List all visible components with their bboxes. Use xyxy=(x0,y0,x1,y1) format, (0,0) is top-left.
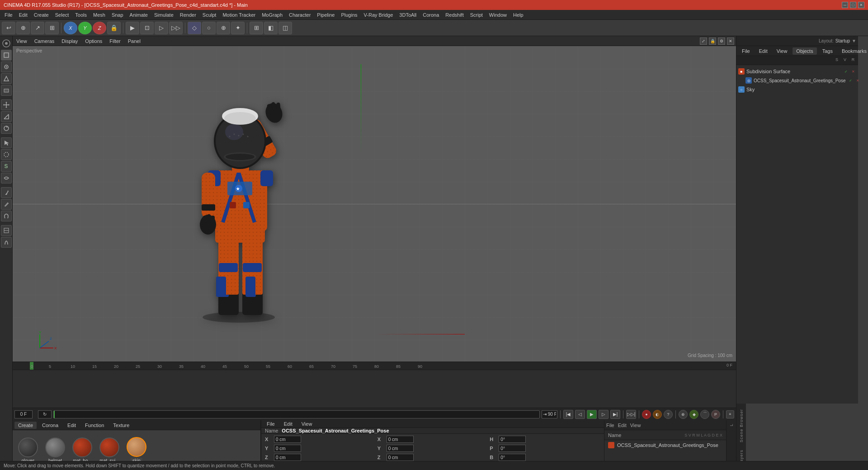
key-orange-btn[interactable]: ◆ xyxy=(689,410,698,419)
attr-yr-input[interactable] xyxy=(387,445,414,452)
menu-animate[interactable]: Animate xyxy=(127,11,151,19)
obj-spacesuit[interactable]: ◎ OCSS_Spacesuit_Astronaut_Greetings_Pos… xyxy=(736,76,858,85)
subdivide-btn[interactable]: ⊕ xyxy=(217,22,230,34)
attr-p-input[interactable] xyxy=(499,445,526,452)
key-p-btn[interactable]: P xyxy=(711,410,720,419)
layout-browser-label[interactable]: Scene Browser xyxy=(737,405,745,446)
menu-simulate[interactable]: Simulate xyxy=(151,11,176,19)
lock-btn[interactable]: 🔒 xyxy=(107,22,121,34)
mode-x[interactable]: X xyxy=(64,22,77,34)
live-select-btn[interactable] xyxy=(1,149,12,160)
mat-tab-function[interactable]: Function xyxy=(81,422,108,429)
menu-help[interactable]: Help xyxy=(510,11,526,19)
attr-xr-input[interactable] xyxy=(387,436,414,443)
vp-menu-options[interactable]: Options xyxy=(83,38,104,45)
lasso-select-btn[interactable] xyxy=(1,173,12,183)
go-end-btn[interactable]: ▶| xyxy=(610,410,620,419)
material-skin[interactable]: skin xyxy=(125,437,148,464)
attr-y-input[interactable] xyxy=(274,445,301,452)
record-btn[interactable]: ● xyxy=(642,410,651,419)
paint-tool-btn[interactable] xyxy=(1,225,12,236)
key-add-btn[interactable]: ⊕ xyxy=(679,410,688,419)
polygon-mode-btn[interactable] xyxy=(1,85,12,96)
move-tool-btn[interactable] xyxy=(1,99,12,110)
attr-tab-edit[interactable]: Edit xyxy=(280,420,296,428)
attr-x-input[interactable] xyxy=(274,436,301,443)
scale-tool-btn[interactable] xyxy=(1,111,12,122)
current-frame-input[interactable] xyxy=(14,410,33,418)
vp-menu-view[interactable]: View xyxy=(14,38,29,45)
polygon-btn[interactable]: ◇ xyxy=(188,22,201,34)
vp-lock-btn[interactable]: 🔒 xyxy=(709,38,716,45)
undo-button[interactable]: ↩ xyxy=(2,22,15,34)
loop-input[interactable] xyxy=(38,410,52,418)
srl-file-tab[interactable]: File xyxy=(606,423,614,428)
mode-y[interactable]: Y xyxy=(78,22,92,34)
auto-record-btn[interactable]: ◐ xyxy=(653,410,662,419)
menu-sculpt[interactable]: Sculpt xyxy=(200,11,219,19)
play-btn[interactable]: ▶ xyxy=(587,410,597,419)
shader-btn[interactable]: ◧ xyxy=(264,22,278,34)
obj-sp-x[interactable]: ✕ xyxy=(854,77,861,84)
close-button[interactable]: ✕ xyxy=(858,2,864,8)
key-curve-btn[interactable]: ⌒ xyxy=(700,410,709,419)
material-helmet[interactable]: helmet xyxy=(43,437,67,463)
menu-render[interactable]: Render xyxy=(177,11,199,19)
srl-edit-tab[interactable]: Edit xyxy=(618,423,627,428)
render-region[interactable]: ⊞ xyxy=(45,22,59,34)
menu-character[interactable]: Character xyxy=(286,11,313,19)
timeline-tracks[interactable] xyxy=(13,370,736,408)
attr-z-input[interactable] xyxy=(274,454,301,461)
magnet-tool-btn[interactable] xyxy=(1,211,12,221)
material-mat-suit[interactable]: mat_sui... xyxy=(98,437,121,463)
srl-obj-row[interactable]: OCSS_Spacesuit_Astronaut_Greetings_Pose xyxy=(604,440,726,450)
timeline-scrubber[interactable] xyxy=(53,410,540,418)
restore-button[interactable]: □ xyxy=(850,2,856,8)
vp-close-btn[interactable]: ✕ xyxy=(727,38,734,45)
rotate-tool-btn[interactable] xyxy=(1,123,12,134)
object-mode-btn[interactable] xyxy=(1,50,12,61)
attr-zr-input[interactable] xyxy=(387,454,414,461)
menu-3dtoall[interactable]: 3DToAll xyxy=(396,11,419,19)
timeline-options-btn[interactable]: ≡ xyxy=(726,410,734,418)
obj-sub-x[interactable]: ✕ xyxy=(850,68,856,75)
menu-edit[interactable]: Edit xyxy=(16,11,30,19)
step-back-btn[interactable]: ◁ xyxy=(575,410,585,419)
layout-strip-btn[interactable]: L xyxy=(728,421,735,429)
knife-tool-btn[interactable] xyxy=(1,199,12,210)
go-start-btn[interactable]: |◀ xyxy=(563,410,573,419)
points-mode-btn[interactable] xyxy=(1,61,12,72)
new-button[interactable]: ⊕ xyxy=(16,22,30,34)
sculpt-btn[interactable]: ✦ xyxy=(231,22,245,34)
render-all[interactable]: ▷▷ xyxy=(169,22,183,34)
render-to-po[interactable]: ⊡ xyxy=(140,22,154,34)
hair-tool-btn[interactable] xyxy=(1,237,12,248)
srl-view-tab[interactable]: View xyxy=(630,423,641,428)
open-button[interactable]: ↗ xyxy=(31,22,44,34)
obj-subdivision-surface[interactable]: ■ Subdivision Surface ✓ ✕ xyxy=(736,67,858,76)
menu-script[interactable]: Script xyxy=(467,11,486,19)
obj-tab-view[interactable]: View xyxy=(773,47,791,55)
menu-snap[interactable]: Snap xyxy=(109,11,126,19)
obj-btn[interactable]: ◫ xyxy=(278,22,292,34)
mat-tab-corona[interactable]: Corona xyxy=(38,422,62,429)
minimize-button[interactable]: ─ xyxy=(842,2,848,8)
attr-h-input[interactable] xyxy=(499,436,526,443)
mat-tab-create[interactable]: Create xyxy=(14,422,37,429)
menu-redshift[interactable]: Redshift xyxy=(443,11,466,19)
go-last-btn[interactable]: ▷▷| xyxy=(626,410,636,419)
obj-sub-check[interactable]: ✓ xyxy=(843,68,849,75)
menu-window[interactable]: Window xyxy=(486,11,509,19)
menu-mesh[interactable]: Mesh xyxy=(90,11,108,19)
viewport[interactable]: Perspective xyxy=(13,46,736,362)
grid-btn[interactable]: ⊞ xyxy=(250,22,263,34)
menu-corona[interactable]: Corona xyxy=(420,11,442,19)
obj-tab-objects[interactable]: Objects xyxy=(793,47,816,55)
rect-select-btn[interactable]: S xyxy=(1,161,12,172)
vp-menu-cameras[interactable]: Cameras xyxy=(33,38,57,45)
menu-pipeline[interactable]: Pipeline xyxy=(314,11,337,19)
material-mat-body[interactable]: mat_bo... xyxy=(71,437,94,463)
attr-tab-file[interactable]: File xyxy=(263,420,278,428)
material-gloves[interactable]: gloves xyxy=(16,437,40,463)
mode-z[interactable]: Z xyxy=(93,22,106,34)
